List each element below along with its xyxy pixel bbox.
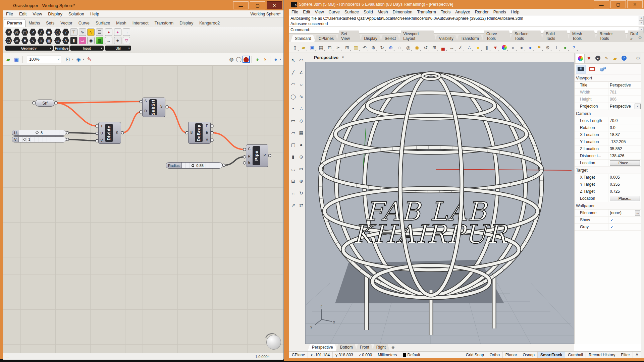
status-planar[interactable]: Planar (503, 352, 520, 358)
move-icon[interactable]: ↔ (289, 189, 297, 197)
polyline-icon[interactable]: ∠ (298, 69, 305, 76)
canvas-compass-widget[interactable] (266, 335, 281, 350)
rhino-menu-dimension[interactable]: Dimension (390, 9, 415, 15)
selected-preview-icon[interactable]: ◕ (254, 56, 261, 63)
gh-tab-params[interactable]: Params (4, 19, 25, 27)
zoom-extents-icon[interactable]: ⊡ (64, 56, 71, 63)
gh-tab-surface[interactable]: Surface (93, 19, 113, 27)
property-value[interactable]: 138.426 (608, 153, 641, 159)
custom-preview-icon[interactable]: ◑ (261, 56, 268, 63)
panel-tab-help[interactable]: ? (620, 54, 628, 63)
property-value[interactable]: ✓ (608, 224, 641, 230)
status-z-0-000[interactable]: z 0.000 (356, 352, 375, 358)
pipe-input-e[interactable]: E (247, 161, 252, 164)
dropdown-icon[interactable]: ∨ (635, 104, 641, 109)
property-value[interactable]: 35.852 (608, 145, 641, 152)
grasshopper-canvas[interactable]: Srf U 8 V 1 I U V D (3, 65, 283, 353)
scale-icon[interactable]: ↗ (289, 201, 297, 209)
print-icon[interactable]: ▤ (317, 44, 325, 52)
rhino-menu-render[interactable]: Render (473, 9, 491, 15)
scroll-up-icon[interactable]: ∧ (639, 16, 644, 20)
open-file-icon[interactable]: ▰ (299, 44, 308, 52)
tree-icon[interactable]: ♣ (114, 37, 121, 44)
param-integer-icon[interactable]: 7 (62, 28, 69, 36)
undo-view-icon[interactable]: ↺ (421, 44, 430, 52)
save-file-icon[interactable]: ▣ (13, 56, 20, 63)
perspective-viewport[interactable]: FAB LAB KHAIRPUR z x y (305, 62, 574, 344)
rhino-titlebar[interactable]: 6 Sphere.3dm (5 MB) - Rhinoceros 6 Evalu… (289, 0, 644, 9)
close-button[interactable]: ✕ (627, 0, 643, 8)
viewport-layout-icon[interactable]: ⊞ (430, 44, 439, 52)
maximize-button[interactable]: ▢ (250, 1, 265, 9)
property-value[interactable]: Perspective∨ (608, 103, 641, 110)
export-icon[interactable]: ⊡ (325, 44, 334, 52)
subsrf-component[interactable]: S D SubSrf S (142, 98, 165, 117)
sketch-pen-icon[interactable]: ✎ (86, 56, 93, 63)
gh-group-label[interactable]: Primitive▾ (54, 46, 69, 51)
checkbox[interactable]: ✓ (610, 225, 614, 229)
list-panel-icon[interactable]: ☰ (96, 28, 103, 36)
trim-icon[interactable]: ✂ (298, 165, 305, 173)
property-value[interactable]: 18.87 (608, 131, 641, 138)
toolbar-tab-mesh-tools[interactable]: Mesh Tools (568, 31, 596, 42)
param-text-icon[interactable]: A (62, 37, 69, 44)
slider-v-node[interactable]: V 1 (12, 136, 66, 142)
slider-v-track[interactable]: 1 (19, 137, 66, 142)
param-point-icon[interactable]: ◇ (37, 37, 45, 44)
param-spiral-icon[interactable]: ◎ (13, 28, 20, 36)
toolbar-tab-standard[interactable]: Standard (290, 35, 316, 42)
toolbar-tab-surface-tools[interactable]: Surface Tools (510, 31, 543, 42)
status-record-history[interactable]: Record History (586, 352, 618, 358)
divide-input-v[interactable]: V (99, 139, 104, 142)
split-icon[interactable]: ⊟ (289, 177, 297, 185)
gh-menu-file[interactable]: File (3, 11, 16, 17)
panel-tab-properties[interactable] (576, 54, 585, 63)
pipe-component[interactable]: C R E Pipe P (246, 144, 268, 167)
cut-icon[interactable]: ✂ (334, 44, 343, 52)
join-icon[interactable]: ⊕ (298, 177, 305, 185)
toolbar-tab-solid-tools[interactable]: Solid Tools (541, 31, 569, 42)
property-value[interactable]: Perspective (608, 82, 641, 88)
viewport-tab-front[interactable]: Front (356, 344, 373, 351)
panel-gear-icon[interactable]: ⚙ (636, 56, 640, 61)
sketch-icon[interactable]: ∿ (87, 28, 95, 36)
box-icon[interactable]: ▢ (289, 141, 297, 148)
property-value[interactable]: 0.725 (608, 188, 641, 195)
minimize-button[interactable]: ▬ (594, 0, 609, 8)
gh-menu-edit[interactable]: Edit (16, 11, 30, 17)
zoom-window-icon[interactable]: ◌ (395, 44, 404, 52)
panel-icon[interactable]: ▭ (79, 37, 86, 44)
checkbox[interactable]: ✓ (610, 218, 614, 222)
points-icon[interactable]: ∴ (298, 105, 305, 112)
flag-icon[interactable]: ⚑ (535, 44, 543, 52)
toolbar-tab-cplanes[interactable]: CPlanes (314, 35, 338, 42)
zoom-level-select[interactable]: 100% ∨ (27, 56, 61, 63)
property-value[interactable]: 0.355 (608, 181, 641, 188)
param-boolean-icon[interactable]: ◯ (54, 28, 61, 36)
point-icon[interactable]: • (289, 105, 297, 112)
sphere-icon[interactable]: ● (298, 141, 305, 148)
preview-shaded-icon[interactable]: ⬤ (243, 56, 250, 63)
gh-tab-mesh[interactable]: Mesh (113, 19, 129, 27)
graph-mapper-icon[interactable]: ∿ (79, 28, 86, 36)
debrep-input-b[interactable]: B (189, 131, 194, 134)
status-default[interactable]: Default (400, 352, 463, 358)
property-value[interactable]: 70.0 (608, 117, 641, 124)
toolbar-gear-icon[interactable]: ⚙ (638, 35, 642, 40)
distance-icon[interactable]: ↔ (447, 44, 456, 52)
zoom-extents-icon[interactable]: ◎ (404, 44, 413, 52)
status-gumball[interactable]: Gumball (565, 352, 586, 358)
cherry-picker-icon[interactable]: ● (105, 28, 112, 36)
divide-component[interactable]: I U V Divide S (98, 122, 121, 144)
divide-input-i[interactable]: I (99, 124, 104, 128)
toolbar-tab-curve-tools[interactable]: Curve Tools (482, 31, 512, 42)
slider-u-track[interactable]: 8 (19, 130, 66, 135)
gears-icon[interactable]: ⚙ (543, 44, 552, 52)
close-button[interactable]: ✕ (267, 1, 282, 9)
rhino-menu-tools[interactable]: Tools (438, 9, 453, 15)
sphere-blue-icon[interactable]: ● (526, 44, 535, 52)
radius-slider-track[interactable]: 0.85 (182, 163, 222, 168)
param-circle-icon[interactable]: ◯ (5, 37, 12, 44)
property-value[interactable]: Place... (608, 160, 641, 166)
debrep-output-v[interactable]: V (205, 138, 209, 142)
